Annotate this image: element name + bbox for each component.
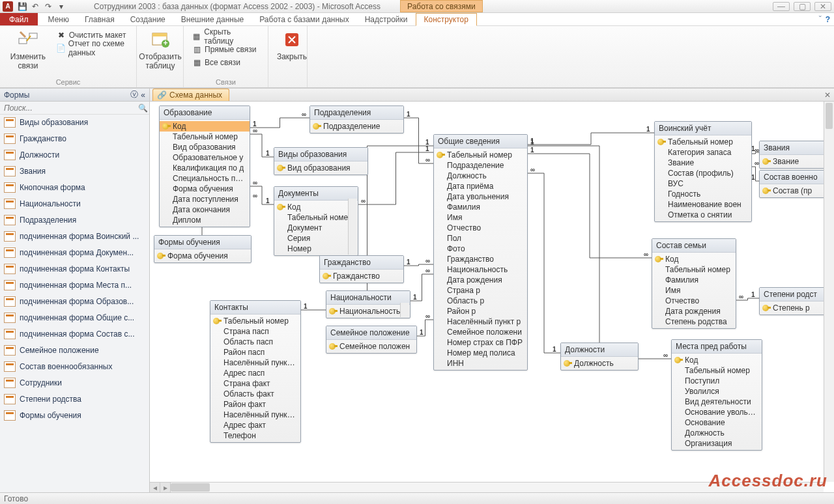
field[interactable]: Табельный номер — [652, 264, 736, 275]
field[interactable]: Область р — [434, 296, 527, 306]
field[interactable]: Уволился — [672, 386, 762, 397]
nav-item[interactable]: Степени родства — [0, 391, 149, 408]
field[interactable]: Имя — [652, 285, 736, 296]
field[interactable]: Населённый пункт р — [434, 316, 527, 327]
nav-item[interactable]: Гражданство — [0, 131, 149, 147]
ribbon-tab[interactable]: Надстройки — [357, 13, 416, 25]
table-dokumenty[interactable]: ДокументыКодТабельный номеДокументСерияН… — [274, 186, 358, 256]
hide-table-button[interactable]: ▦Скрыть таблицу — [190, 30, 261, 43]
field[interactable]: Номер страх св ПФР — [434, 337, 527, 348]
field[interactable]: Семейное положени — [434, 327, 527, 337]
nav-item[interactable]: Формы обучения — [0, 408, 149, 424]
field[interactable]: Вид образования — [160, 142, 250, 152]
table-mesta_pred[interactable]: Места пред работыКодТабельный номерПосту… — [671, 339, 762, 451]
nav-collapse-icon[interactable]: « — [141, 91, 145, 100]
field[interactable]: Страна факт — [210, 378, 300, 389]
field[interactable]: Табельный номер — [160, 132, 250, 142]
ribbon-tab[interactable]: Создание — [122, 13, 173, 25]
field-key[interactable]: Вид образования — [274, 163, 367, 173]
nav-item[interactable]: подчиненная форма Общие с... — [0, 310, 149, 326]
field[interactable]: Дата рождения — [652, 306, 736, 316]
nav-item[interactable]: Сотрудники — [0, 375, 149, 391]
ribbon-tab[interactable]: Меню — [40, 13, 77, 25]
nav-filter-dropdown-icon[interactable]: ⓥ — [130, 89, 138, 100]
field[interactable]: Отметка о снятии — [655, 210, 751, 220]
field-key[interactable]: Состав (пр — [760, 186, 834, 196]
nav-item[interactable]: Состав военнообязанных — [0, 359, 149, 375]
edit-relationships-button[interactable]: Изменить связи — [7, 29, 50, 70]
window-close-icon[interactable]: ✕ — [814, 2, 831, 11]
table-formy_obuch[interactable]: Формы обученияФорма обучения — [154, 235, 252, 263]
help-icon[interactable]: ? — [826, 15, 830, 24]
nav-item[interactable]: подчиненная форма Образов... — [0, 294, 149, 310]
field[interactable]: Телефон — [210, 430, 300, 441]
field[interactable]: Фото — [434, 244, 527, 254]
field[interactable]: Имя — [434, 212, 527, 223]
document-tab[interactable]: 🔗 Схема данных — [152, 89, 229, 101]
field-key[interactable]: Национальность — [326, 306, 410, 316]
field[interactable]: Образовательное у — [160, 152, 250, 163]
nav-item[interactable]: подчиненная форма Места п... — [0, 277, 149, 294]
table-scrollbar[interactable] — [348, 199, 357, 255]
field[interactable]: Квалификация по д — [160, 163, 250, 173]
field-key[interactable]: Табельный номер — [655, 137, 751, 147]
nav-item[interactable]: подчиненная форма Воинский ... — [0, 229, 149, 245]
search-input[interactable] — [0, 102, 136, 114]
direct-relationships-button[interactable]: ▥Прямые связи — [190, 43, 261, 56]
field[interactable]: Отчество — [434, 223, 527, 233]
field[interactable]: Страна пасп — [210, 326, 300, 337]
relationships-canvas[interactable]: 1∞∞1∞1∞1∞11∞1∞1∞1∞11∞111∞1∞11∞∞11∞ Образ… — [150, 102, 834, 492]
scroll-right-icon[interactable]: ▸ — [160, 483, 171, 492]
table-kontakty[interactable]: КонтактыТабельный номерСтрана паспОбласт… — [210, 300, 301, 443]
window-restore-icon[interactable]: ▢ — [794, 2, 811, 11]
nav-item[interactable]: подчиненная форма Состав с... — [0, 326, 149, 343]
field[interactable]: Форма обучения — [160, 184, 250, 194]
ribbon-minimize-icon[interactable]: ˇ — [819, 15, 822, 24]
field[interactable]: Звание — [655, 158, 751, 168]
field[interactable]: Дата окончания — [160, 204, 250, 215]
field[interactable]: Адрес пасп — [210, 368, 300, 378]
field[interactable]: ВУС — [655, 178, 751, 189]
field[interactable]: Поступил — [672, 376, 762, 386]
ribbon-tab[interactable]: Работа с базами данных — [252, 13, 356, 25]
table-semeynoe[interactable]: Семейное положениеСемейное положен — [326, 326, 417, 354]
field[interactable]: Серия — [274, 233, 358, 244]
field[interactable]: Диплом — [160, 215, 250, 225]
field-key[interactable]: Форма обучения — [154, 251, 251, 261]
field[interactable]: Состав (профиль) — [655, 168, 751, 178]
field[interactable]: Адрес факт — [210, 420, 300, 430]
nav-item[interactable]: подчиненная форма Контакты — [0, 261, 149, 277]
field[interactable]: Номер мед полиса — [434, 348, 527, 358]
field[interactable]: Табельный номер — [672, 365, 762, 376]
field[interactable]: Область факт — [210, 389, 300, 399]
field[interactable]: Специальность по д — [160, 173, 250, 184]
field[interactable]: Гражданство — [434, 254, 527, 264]
qat-undo-icon[interactable]: ↶ — [29, 1, 41, 12]
nav-item[interactable]: Национальности — [0, 196, 149, 212]
field[interactable]: Район факт — [210, 399, 300, 410]
field[interactable]: ИНН — [434, 358, 527, 369]
vertical-scrollbar[interactable] — [824, 102, 834, 482]
field[interactable]: Страна р — [434, 285, 527, 296]
table-stepeni[interactable]: Степени родстСтепень р — [759, 287, 834, 315]
table-nacionalnosti[interactable]: НациональностиНациональность — [326, 290, 410, 318]
show-table-button[interactable]: + Отобразить таблицу — [143, 29, 177, 70]
file-tab[interactable]: Файл — [0, 13, 38, 25]
field[interactable]: Должность — [672, 428, 762, 438]
field[interactable]: Должность — [434, 171, 527, 181]
field[interactable]: Категория запаса — [655, 147, 751, 158]
field[interactable]: Табельный номе — [274, 212, 358, 223]
field-key[interactable]: Табельный номер — [210, 316, 300, 326]
field[interactable]: Дата поступления — [160, 194, 250, 204]
field-key[interactable]: Подразделение — [310, 121, 403, 132]
nav-item[interactable]: Должности — [0, 147, 149, 163]
nav-item[interactable]: Семейное положение — [0, 343, 149, 359]
nav-item[interactable]: подчиненная форма Докумен... — [0, 245, 149, 261]
field[interactable]: Фамилия — [434, 202, 527, 212]
field[interactable]: Район пасп — [210, 347, 300, 357]
ribbon-tab-active[interactable]: Конструктор — [416, 13, 477, 26]
field-key[interactable]: Степень р — [760, 303, 834, 313]
qat-save-icon[interactable]: 💾 — [16, 1, 28, 12]
field-key[interactable]: Код — [652, 254, 736, 264]
table-obrazovanie[interactable]: ОбразованиеКодТабельный номерВид образов… — [159, 105, 250, 227]
